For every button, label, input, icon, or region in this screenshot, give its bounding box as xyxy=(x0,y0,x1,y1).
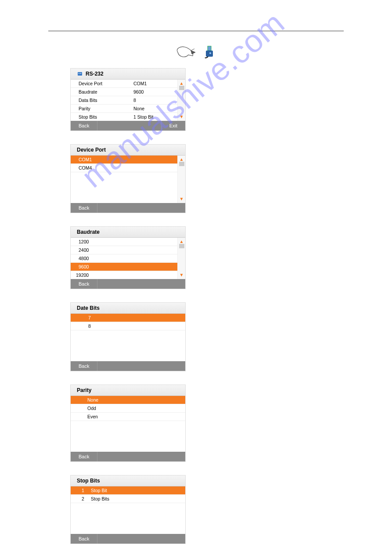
rs232-row-data-bits[interactable]: Data Bits 8 xyxy=(71,96,177,105)
option-label: 2400 xyxy=(79,247,133,253)
option-label: 7 xyxy=(88,315,91,320)
device-port-panel: Device Port COM1 COM4 ▲ ▼ Back xyxy=(70,144,186,213)
rs232-panel: RS-232 Device Port COM1 Baudrate 9600 Da… xyxy=(70,68,186,131)
option-label: Odd xyxy=(87,406,96,411)
option-label: 1200 xyxy=(79,239,133,244)
parity-option-even[interactable]: Even xyxy=(71,413,185,421)
option-number: 1 xyxy=(79,488,87,493)
parity-option-odd[interactable]: Odd xyxy=(71,404,185,413)
svg-rect-5 xyxy=(80,73,81,74)
serial-port-icon xyxy=(77,71,83,77)
device-port-option-com1[interactable]: COM1 xyxy=(71,156,177,164)
svg-rect-3 xyxy=(78,72,82,76)
baudrate-option-2400[interactable]: 2400 xyxy=(71,246,177,254)
hand-pointing-icon xyxy=(175,44,196,60)
row-label: Device Port xyxy=(79,81,133,86)
stop-bits-title: Stop Bits xyxy=(77,478,100,484)
row-label: Data Bits xyxy=(79,98,133,103)
scroll-down-icon[interactable]: ▼ xyxy=(180,197,184,201)
baudrate-option-19200[interactable]: 19200 xyxy=(71,271,177,279)
data-bits-panel: Date Bits 7 8 Back xyxy=(70,302,186,371)
parity-option-none[interactable]: None xyxy=(71,396,185,404)
stop-bits-panel: Stop Bits 1 Stop Bit 2 Stop Bits Back xyxy=(70,475,186,544)
data-bits-option-8[interactable]: 8 xyxy=(71,322,185,330)
scroll-thumb[interactable] xyxy=(179,86,184,90)
back-button[interactable]: Back xyxy=(71,279,97,289)
option-label: 8 xyxy=(88,323,91,329)
scroll-up-icon[interactable]: ▲ xyxy=(180,157,184,162)
scroll-thumb[interactable] xyxy=(179,244,184,248)
rs232-row-stop-bits[interactable]: Stop Bits 1 Stop Bit xyxy=(71,113,177,121)
icons-row xyxy=(48,44,344,60)
svg-rect-1 xyxy=(206,51,213,57)
stop-bits-header: Stop Bits xyxy=(71,475,185,486)
rs232-row-baudrate[interactable]: Baudrate 9600 xyxy=(71,88,177,96)
row-value: 1 Stop Bit xyxy=(133,114,177,120)
row-value: 9600 xyxy=(133,89,177,94)
data-bits-header: Date Bits xyxy=(71,303,185,314)
option-label: Stop Bits xyxy=(91,496,109,501)
scroll-up-icon[interactable]: ▲ xyxy=(180,239,184,244)
row-value: None xyxy=(133,106,177,111)
usb-device-icon xyxy=(201,44,217,60)
exit-button[interactable]: Exit xyxy=(161,121,185,131)
rs232-row-parity[interactable]: Parity None xyxy=(71,105,177,113)
svg-rect-0 xyxy=(208,46,211,51)
stop-bits-option-2[interactable]: 2 Stop Bits xyxy=(71,495,185,503)
back-button[interactable]: Back xyxy=(71,203,97,213)
back-button[interactable]: Back xyxy=(71,361,97,371)
scroll-thumb[interactable] xyxy=(179,162,184,166)
device-port-option-com4[interactable]: COM4 xyxy=(71,164,177,172)
scroll-down-icon[interactable]: ▼ xyxy=(180,115,184,119)
option-label: COM1 xyxy=(79,157,133,162)
rs232-panel-header: RS-232 xyxy=(71,69,185,80)
scrollbar[interactable]: ▲ ▼ xyxy=(177,238,185,279)
option-label: 19200 xyxy=(76,272,131,278)
scrollbar[interactable]: ▲ ▼ xyxy=(177,80,185,121)
rs232-title: RS-232 xyxy=(86,71,104,77)
baudrate-option-9600[interactable]: 9600 xyxy=(71,263,177,271)
option-label: COM4 xyxy=(79,165,133,170)
option-label: Stop Bit xyxy=(91,488,107,493)
back-button[interactable]: Back xyxy=(71,534,97,544)
back-button[interactable]: Back xyxy=(71,121,97,131)
scroll-up-icon[interactable]: ▲ xyxy=(180,81,184,86)
parity-header: Parity xyxy=(71,385,185,396)
parity-panel: Parity None Odd Even Back xyxy=(70,385,186,462)
scrollbar[interactable]: ▲ ▼ xyxy=(177,156,185,203)
option-label: None xyxy=(87,397,98,403)
stop-bits-option-1[interactable]: 1 Stop Bit xyxy=(71,486,185,495)
option-label: Even xyxy=(87,414,98,419)
baudrate-title: Baudrate xyxy=(77,229,100,235)
back-button[interactable]: Back xyxy=(71,452,97,461)
svg-point-2 xyxy=(209,52,211,54)
row-value: 8 xyxy=(133,98,177,103)
baudrate-header: Baudrate xyxy=(71,227,185,238)
data-bits-option-7[interactable]: 7 xyxy=(71,314,185,322)
row-value: COM1 xyxy=(133,81,177,86)
scroll-down-icon[interactable]: ▼ xyxy=(180,273,184,277)
parity-title: Parity xyxy=(77,387,91,393)
device-port-title: Device Port xyxy=(77,147,106,153)
data-bits-title: Date Bits xyxy=(77,305,100,311)
row-label: Parity xyxy=(79,106,133,111)
row-label: Baudrate xyxy=(79,89,133,94)
device-port-header: Device Port xyxy=(71,145,185,156)
row-label: Stop Bits xyxy=(79,114,133,120)
baudrate-option-4800[interactable]: 4800 xyxy=(71,254,177,263)
option-label: 4800 xyxy=(79,256,133,261)
rs232-row-device-port[interactable]: Device Port COM1 xyxy=(71,80,177,88)
svg-rect-4 xyxy=(79,73,79,74)
baudrate-panel: Baudrate 1200 2400 4800 9600 19200 ▲ ▼ B… xyxy=(70,226,186,289)
option-label: 9600 xyxy=(79,264,133,269)
baudrate-option-1200[interactable]: 1200 xyxy=(71,238,177,246)
option-number: 2 xyxy=(79,496,87,501)
top-divider xyxy=(48,31,344,31)
